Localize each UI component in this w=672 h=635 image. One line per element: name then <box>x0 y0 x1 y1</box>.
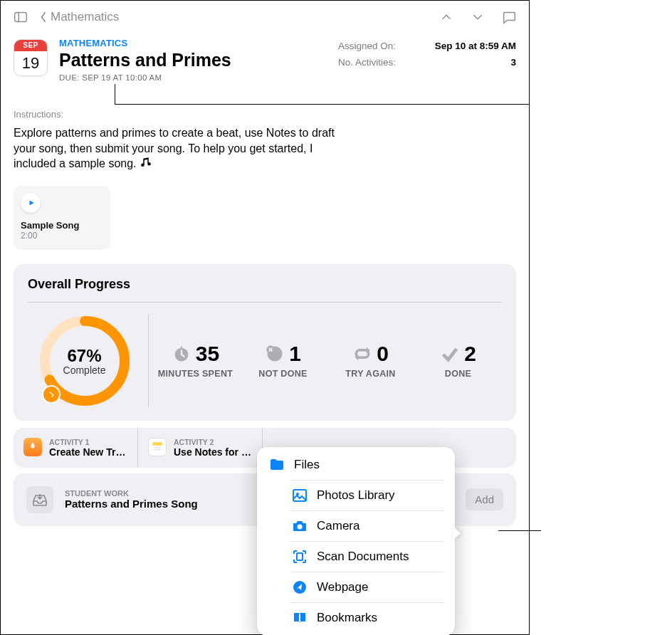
overall-progress-title: Overall Progress <box>28 277 502 303</box>
back-button[interactable]: Mathematics <box>38 10 119 24</box>
callout-line <box>498 530 541 531</box>
metric-try-again: 0 TRY AGAIN <box>327 343 414 379</box>
chevron-down-icon[interactable] <box>466 6 489 28</box>
attachment-sample-song[interactable]: Sample Song 2:00 <box>14 186 110 250</box>
popover-item-camera[interactable]: Camera <box>291 510 443 541</box>
assigned-on-label: Assigned On: <box>338 41 396 51</box>
attachment-title: Sample Song <box>21 220 103 231</box>
activity-1[interactable]: ACTIVITY 1 Create New Tra… <box>14 428 138 468</box>
svg-rect-15 <box>297 553 303 560</box>
overall-progress-card: Overall Progress 67% Complete <box>14 264 516 421</box>
notes-icon <box>148 438 167 456</box>
progress-percent-label: Complete <box>63 364 106 376</box>
svg-rect-5 <box>181 346 182 349</box>
inbox-icon <box>26 486 53 513</box>
svg-rect-0 <box>15 13 27 22</box>
activity-2-sub: ACTIVITY 2 <box>174 438 252 446</box>
activities-count-value: 3 <box>510 57 516 68</box>
metric-not-done: 1 NOT DONE <box>239 343 327 379</box>
activity-2[interactable]: ACTIVITY 2 Use Notes for 3… <box>138 428 263 468</box>
music-note-icon <box>140 156 152 169</box>
instructions-label: Instructions: <box>14 109 516 120</box>
svg-point-14 <box>298 525 303 530</box>
calendar-month: SEP <box>14 40 47 51</box>
instructions-body: Explore patterns and primes to create a … <box>14 125 341 172</box>
calendar-icon: SEP 19 <box>14 39 48 76</box>
activity-1-sub: ACTIVITY 1 <box>49 438 127 446</box>
clock-icon <box>172 344 191 364</box>
checkmark-icon <box>440 344 460 364</box>
popover-item-photos[interactable]: Photos Library <box>291 480 443 510</box>
student-work-sub: STUDENT WORK <box>65 489 198 498</box>
activities-count-label: No. Activities: <box>338 57 396 68</box>
progress-donut: 67% Complete <box>38 314 132 408</box>
add-source-popover: Files Photos Library Camera Scan Documen… <box>257 447 455 635</box>
assigned-on-value: Sep 10 at 8:59 AM <box>435 41 516 51</box>
metric-minutes-spent: 35 MINUTES SPENT <box>152 343 239 379</box>
page-title: Patterns and Primes <box>59 50 327 70</box>
metric-done: 2 DONE <box>414 343 502 379</box>
progress-check-icon <box>42 385 61 404</box>
activity-1-name: Create New Tra… <box>49 446 127 458</box>
subject-label: MATHEMATICS <box>59 38 327 48</box>
popover-item-scan-documents[interactable]: Scan Documents <box>291 541 443 572</box>
not-done-icon <box>265 344 285 364</box>
popover-item-files[interactable]: Files <box>257 450 455 480</box>
progress-percent: 67% <box>67 346 101 366</box>
svg-rect-9 <box>152 442 162 446</box>
popover-item-bookmarks[interactable]: Bookmarks <box>291 602 443 633</box>
popover-item-webpage[interactable]: Webpage <box>291 572 443 602</box>
add-button[interactable]: Add <box>466 488 503 510</box>
due-label: DUE: SEP 19 AT 10:00 AM <box>59 73 327 82</box>
retry-icon <box>352 344 372 364</box>
student-work-name: Patterns and Primes Song <box>65 498 198 510</box>
back-label: Mathematics <box>51 10 119 24</box>
calendar-day: 19 <box>14 51 47 75</box>
callout-line <box>115 104 530 105</box>
callout-line <box>115 84 115 104</box>
comment-icon[interactable] <box>498 6 520 28</box>
chevron-up-icon[interactable] <box>435 6 458 28</box>
garageband-icon <box>23 438 42 456</box>
sidebar-toggle-icon[interactable] <box>9 6 32 28</box>
attachment-duration: 2:00 <box>21 231 103 241</box>
play-icon[interactable] <box>21 193 41 213</box>
activity-2-name: Use Notes for 3… <box>174 446 252 458</box>
